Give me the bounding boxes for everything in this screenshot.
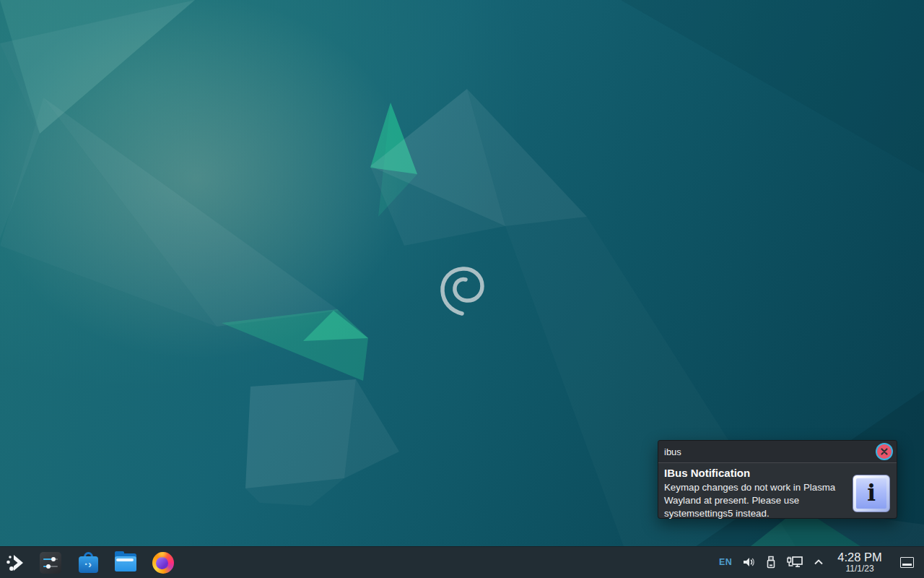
digital-clock[interactable]: 4:28 PM 11/1/23 bbox=[836, 551, 884, 574]
keyboard-layout-indicator[interactable]: EN bbox=[719, 557, 732, 567]
taskbar-item-dolphin[interactable] bbox=[114, 551, 137, 574]
application-launcher-button[interactable] bbox=[4, 551, 26, 574]
ibus-keyboard-key-icon: i bbox=[853, 475, 890, 512]
notification-header: ibus bbox=[658, 441, 897, 463]
system-settings-icon bbox=[40, 552, 61, 574]
taskbar-item-discover[interactable]: ·› bbox=[77, 551, 100, 574]
taskbar-panel: ·› EN bbox=[0, 546, 924, 578]
close-icon bbox=[881, 448, 888, 455]
taskbar-item-firefox[interactable] bbox=[152, 551, 175, 574]
kde-application-launcher-icon bbox=[5, 553, 25, 573]
notification-close-button[interactable] bbox=[877, 444, 892, 459]
chevron-up-icon[interactable] bbox=[813, 557, 824, 567]
clock-time: 4:28 PM bbox=[836, 551, 884, 564]
notification-message: Keymap changes do not work in Plasma Way… bbox=[664, 481, 845, 521]
usb-removable-device-icon[interactable] bbox=[765, 555, 777, 569]
system-tray: EN bbox=[719, 551, 914, 574]
desktop-wallpaper: ibus IBus Notification Keymap changes do… bbox=[0, 0, 924, 578]
clock-date: 11/1/23 bbox=[836, 564, 884, 574]
firefox-icon bbox=[152, 552, 174, 574]
speaker-icon[interactable] bbox=[741, 555, 756, 569]
notification-content: IBus Notification Keymap changes do not … bbox=[658, 463, 897, 527]
wired-network-icon[interactable] bbox=[786, 555, 803, 569]
notification-text: IBus Notification Keymap changes do not … bbox=[664, 467, 845, 521]
ibus-letter: i bbox=[867, 482, 876, 504]
notification-title: IBus Notification bbox=[664, 467, 845, 479]
show-desktop-button[interactable] bbox=[900, 557, 914, 568]
notification-app-name: ibus bbox=[664, 447, 681, 457]
taskbar-item-system-settings[interactable] bbox=[39, 551, 62, 574]
discover-software-center-icon: ·› bbox=[79, 552, 98, 573]
notification-popup: ibus IBus Notification Keymap changes do… bbox=[658, 440, 897, 519]
dolphin-file-manager-icon bbox=[115, 553, 136, 571]
